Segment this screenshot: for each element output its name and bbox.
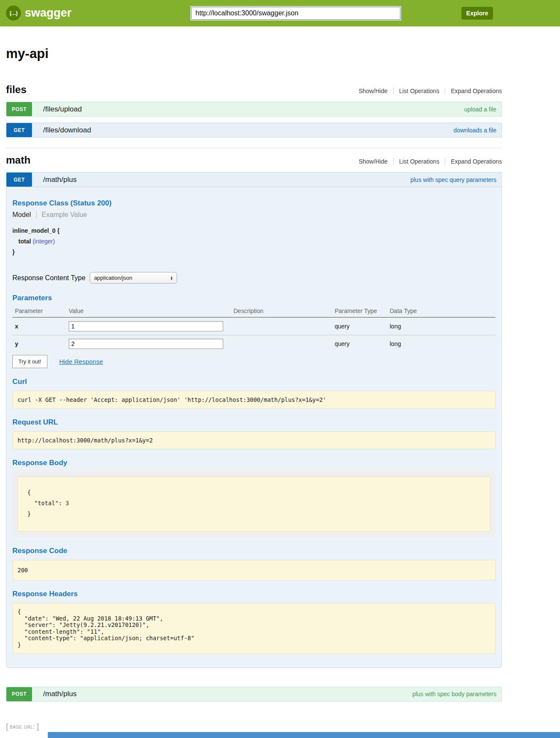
model-open-line: inline_model_0 { [12,226,496,236]
op-path[interactable]: /files/upload [43,102,82,116]
show-hide-link[interactable]: Show/Hide [353,158,393,165]
math-section-controls: Show/Hide List Operations Expand Operati… [353,158,502,165]
col-data-type: Data Type [387,305,496,317]
response-body-heading: Response Body [12,459,496,467]
response-content-type-select[interactable]: application/json ▲ ▼ [90,272,177,284]
model-property-type: (integer) [32,238,55,245]
json-number-value: 3 [65,500,69,507]
col-parameter-type: Parameter Type [332,305,387,317]
col-value: Value [66,305,231,317]
swagger-braces-icon: {…} [6,6,21,20]
param-description [231,335,332,353]
list-operations-link[interactable]: List Operations [393,158,445,165]
resource-divider [6,148,502,148]
col-parameter: Parameter [12,305,66,317]
swagger-logo[interactable]: {…} swagger [6,6,72,20]
get-method-badge[interactable]: GET [6,123,32,137]
tab-example-value[interactable]: Example Value [37,211,87,219]
model-property-name: total [18,238,31,245]
curl-command: curl -X GET --header 'Accept: applicatio… [12,391,496,409]
swagger-logo-text: swagger [25,6,72,20]
selected-content-type: application/json [94,275,132,281]
param-data-type: long [387,317,496,335]
math-section-title[interactable]: math [6,154,30,166]
response-body-wrapper: { "total": 3 } [12,471,496,537]
expand-operations-link[interactable]: Expand Operations [445,158,502,165]
base-url-label: base url: [10,723,35,730]
tab-model[interactable]: Model [12,211,37,219]
base-url-footer: [ base url: ] [6,722,502,731]
response-code-value: 200 [12,560,496,580]
param-x-value-input[interactable] [69,321,223,331]
show-hide-link[interactable]: Show/Hide [353,88,393,94]
bottom-message-bar [48,732,560,738]
response-headers-json: { "date": "Wed, 22 Aug 2018 18:49:13 GMT… [12,603,496,654]
parameters-table: Parameter Value Description Parameter Ty… [12,305,496,352]
op-summary[interactable]: plus with spec body parameters [412,687,496,701]
parameters-heading: Parameters [12,294,496,302]
param-type: query [332,335,387,353]
post-method-badge[interactable]: POST [6,102,32,116]
param-description [231,317,332,335]
op-summary[interactable]: downloads a file [454,123,496,137]
op-row-get-files-download[interactable]: GET /files/download downloads a file [6,123,502,138]
hide-response-link[interactable]: Hide Response [59,358,103,365]
param-data-type: long [387,335,496,353]
op-path[interactable]: /math/plus [43,173,76,187]
select-arrows-icon: ▲ ▼ [170,276,173,280]
operation-detail-panel: Response Class (Status 200) Model Exampl… [6,187,502,668]
col-description: Description [231,305,332,317]
model-property: total (integer) [12,236,496,247]
op-row-post-files-upload[interactable]: POST /files/upload upload a file [6,102,502,117]
expand-operations-link[interactable]: Expand Operations [445,88,502,94]
param-name: x [12,317,66,335]
curl-heading: Curl [12,378,496,386]
request-url-heading: Request URL [12,418,496,427]
files-section-header: files Show/Hide List Operations Expand O… [6,84,502,96]
param-y-value-input[interactable] [69,339,223,349]
response-code-heading: Response Code [12,547,496,555]
json-text: { "total": [27,489,65,507]
request-url-value: http://localhost:3000/math/plus?x=1&y=2 [12,431,496,449]
op-row-get-math-plus[interactable]: GET /math/plus plus with spec query para… [6,172,502,187]
try-it-out-row: Try it out! Hide Response [12,355,496,368]
bracket-open: [ [6,722,8,731]
page-title: my-api [6,46,502,62]
files-section-controls: Show/Hide List Operations Expand Operati… [353,88,502,94]
try-it-out-button[interactable]: Try it out! [12,355,47,368]
response-content-type-label: Response Content Type [12,274,85,282]
parameter-row-y: y query long [12,335,496,353]
response-content-type-row: Response Content Type application/json ▲… [12,272,496,284]
op-summary[interactable]: upload a file [464,102,496,116]
param-name: y [12,335,66,353]
model-signature: inline_model_0 { total (integer) } [12,226,496,258]
list-operations-link[interactable]: List Operations [393,88,445,94]
model-close-line: } [12,247,496,258]
post-method-badge[interactable]: POST [6,687,32,701]
op-path[interactable]: /math/plus [43,687,76,701]
bracket-close: ] [37,722,39,731]
op-row-post-math-plus[interactable]: POST /math/plus plus with spec body para… [6,687,502,702]
response-headers-heading: Response Headers [12,590,496,598]
param-type: query [332,317,387,335]
op-summary[interactable]: plus with spec query parameters [410,173,496,187]
response-body-json: { "total": 3 } [18,477,490,532]
top-bar: {…} swagger Explore [0,0,560,26]
files-section-title[interactable]: files [6,84,26,96]
json-text: } [27,510,31,517]
get-method-badge[interactable]: GET [6,173,32,187]
parameters-header-row: Parameter Value Description Parameter Ty… [12,305,496,317]
main-content: my-api files Show/Hide List Operations E… [6,46,502,731]
math-section-header: math Show/Hide List Operations Expand Op… [6,154,502,166]
model-tabs: Model Example Value [12,211,496,219]
parameter-row-x: x query long [12,317,496,335]
response-class-heading: Response Class (Status 200) [12,199,496,208]
spec-url-input[interactable] [191,7,400,20]
op-path[interactable]: /files/download [43,123,91,137]
explore-button[interactable]: Explore [461,7,493,20]
